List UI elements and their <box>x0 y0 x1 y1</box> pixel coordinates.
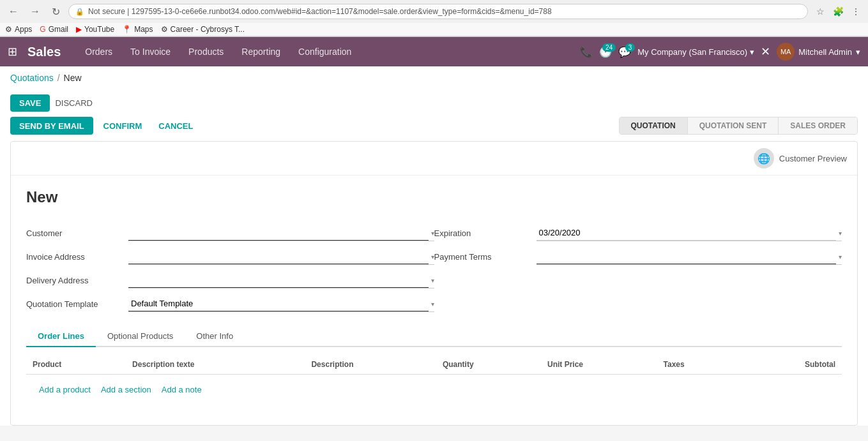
form-left-col: Customer ▾ Invoice Address ▾ <box>26 221 434 316</box>
table-actions: Add a product Add a section Add a note <box>33 380 835 400</box>
delivery-address-select-wrap: ▾ <box>128 273 434 288</box>
user-name: Mitchell Admin <box>798 47 852 57</box>
payment-terms-input[interactable] <box>537 249 837 264</box>
send-by-email-button[interactable]: SEND BY EMAIL <box>10 117 93 135</box>
nav-products[interactable]: Products <box>181 43 231 61</box>
url-text: Not secure | 1297595-13-0-ce6e6e.runbot3… <box>88 7 801 16</box>
status-step-quotation-sent[interactable]: QUOTATION SENT <box>688 117 779 134</box>
user-menu[interactable]: MA Mitchell Admin ▾ <box>777 43 860 61</box>
tab-other-info[interactable]: Other Info <box>185 326 245 347</box>
bookmark-apps-label: Apps <box>15 25 32 34</box>
extension-button[interactable]: 🧩 <box>831 4 845 19</box>
avatar: MA <box>777 43 795 61</box>
expiration-wrap: ▾ <box>537 225 842 241</box>
activities-button[interactable]: 🕐 24 <box>599 46 612 58</box>
customer-input[interactable] <box>128 225 429 241</box>
breadcrumb-separator: / <box>57 73 60 83</box>
col-unit-price: Unit Price <box>541 355 657 375</box>
discard-button[interactable]: DISCARD <box>55 98 93 108</box>
form-right-col: Expiration ▾ Payment Terms ▾ <box>434 221 842 316</box>
career-bookmark-icon: ⚙ <box>161 25 168 34</box>
address-bar[interactable]: 🔒 Not secure | 1297595-13-0-ce6e6e.runbo… <box>68 4 808 19</box>
youtube-bookmark-icon: ▶ <box>76 25 82 34</box>
bookmark-star-button[interactable]: ☆ <box>813 4 827 19</box>
cancel-button[interactable]: CANCEL <box>152 117 199 135</box>
status-step-quotation[interactable]: QUOTATION <box>620 117 688 134</box>
breadcrumb-parent[interactable]: Quotations <box>10 73 54 83</box>
nav-close-button[interactable]: ✕ <box>761 45 770 59</box>
company-name: My Company (San Francisco) <box>637 47 747 57</box>
brand-label: Sales <box>27 45 61 59</box>
bookmark-career-label: Career - Cybrosys T... <box>171 25 245 34</box>
forward-button[interactable]: → <box>27 4 43 19</box>
messages-badge: 3 <box>625 43 636 52</box>
bookmark-career[interactable]: ⚙ Career - Cybrosys T... <box>161 25 245 34</box>
bookmark-apps[interactable]: ⚙ Apps <box>5 25 32 34</box>
quotation-template-label: Quotation Template <box>26 299 128 309</box>
bookmark-gmail[interactable]: G Gmail <box>40 25 68 34</box>
form-body: New Customer ▾ Invoice Address <box>11 176 857 425</box>
col-subtotal: Subtotal <box>738 355 842 375</box>
activities-badge: 24 <box>602 43 616 52</box>
quotation-template-select-wrap: ▾ <box>128 296 434 312</box>
save-button[interactable]: SAVE <box>10 94 50 112</box>
customer-preview-label: Customer Preview <box>779 154 847 163</box>
lock-icon: 🔒 <box>75 8 84 16</box>
apps-bookmark-icon: ⚙ <box>5 25 12 34</box>
reload-button[interactable]: ↻ <box>49 4 63 19</box>
form-container: 🌐 Customer Preview New Customer ▾ <box>10 141 858 426</box>
nav-to-invoice[interactable]: To Invoice <box>123 43 178 61</box>
more-button[interactable]: ⋮ <box>849 4 863 19</box>
status-steps: QUOTATION QUOTATION SENT SALES ORDER <box>619 117 858 135</box>
add-note-link[interactable]: Add a note <box>162 385 202 394</box>
add-section-link[interactable]: Add a section <box>101 385 151 394</box>
quotation-template-input[interactable] <box>128 296 429 311</box>
invoice-address-input[interactable] <box>128 249 429 264</box>
back-button[interactable]: ← <box>5 4 22 19</box>
nav-orders[interactable]: Orders <box>77 43 120 61</box>
customer-preview-icon: 🌐 <box>754 148 774 168</box>
status-step-sales-order[interactable]: SALES ORDER <box>779 117 857 134</box>
form-title: New <box>26 188 842 206</box>
delivery-address-input[interactable] <box>128 273 429 288</box>
tabs-section: Order Lines Optional Products Other Info… <box>26 326 842 412</box>
messages-button[interactable]: 💬 3 <box>618 46 631 58</box>
confirm-button[interactable]: CONFIRM <box>97 117 149 135</box>
col-description-texte: Description texte <box>126 355 305 375</box>
nav-menu: Orders To Invoice Products Reporting Con… <box>77 43 570 61</box>
payment-terms-label: Payment Terms <box>434 252 537 262</box>
maps-bookmark-icon: 📍 <box>122 25 132 34</box>
customer-preview-button[interactable]: 🌐 Customer Preview <box>754 148 847 168</box>
form-header-bar: 🌐 Customer Preview <box>11 142 857 176</box>
order-table: Product Description texte Description Qu… <box>26 355 842 405</box>
payment-terms-row: Payment Terms ▾ <box>434 245 842 269</box>
nav-reporting[interactable]: Reporting <box>234 43 288 61</box>
company-selector[interactable]: My Company (San Francisco) ▾ <box>637 47 754 57</box>
bookmarks-bar: ⚙ Apps G Gmail ▶ YouTube 📍 Maps ⚙ Career… <box>0 23 868 36</box>
customer-label: Customer <box>26 228 128 238</box>
bookmark-youtube-label: YouTube <box>84 25 114 34</box>
add-product-link[interactable]: Add a product <box>39 385 91 394</box>
form-fields: Customer ▾ Invoice Address ▾ <box>26 221 842 316</box>
phone-icon-button[interactable]: 📞 <box>580 46 593 58</box>
table-add-row: Add a product Add a section Add a note <box>26 375 842 405</box>
workflow-bar: SEND BY EMAIL CONFIRM CANCEL QUOTATION Q… <box>0 112 868 135</box>
tab-optional-products[interactable]: Optional Products <box>96 326 185 347</box>
bookmark-youtube[interactable]: ▶ YouTube <box>76 25 114 34</box>
tab-order-lines[interactable]: Order Lines <box>26 326 96 347</box>
col-taxes: Taxes <box>657 355 738 375</box>
col-product: Product <box>26 355 126 375</box>
nav-configuration[interactable]: Configuration <box>291 43 359 61</box>
company-dropdown-icon: ▾ <box>750 47 754 57</box>
apps-grid-button[interactable]: ⊞ <box>8 45 17 59</box>
bookmark-maps[interactable]: 📍 Maps <box>122 25 153 34</box>
tabs-nav: Order Lines Optional Products Other Info <box>26 326 842 347</box>
payment-terms-dropdown-icon: ▾ <box>839 253 842 260</box>
action-bar: SAVE DISCARD <box>0 89 868 112</box>
tab-content-order-lines: Product Description texte Description Qu… <box>26 347 842 412</box>
quotation-template-row: Quotation Template ▾ <box>26 292 434 316</box>
nav-right: 📞 🕐 24 💬 3 My Company (San Francisco) ▾ … <box>580 43 860 61</box>
odoo-navbar: ⊞ Sales Orders To Invoice Products Repor… <box>0 37 868 66</box>
gmail-bookmark-icon: G <box>40 25 45 34</box>
expiration-input[interactable] <box>537 225 837 241</box>
